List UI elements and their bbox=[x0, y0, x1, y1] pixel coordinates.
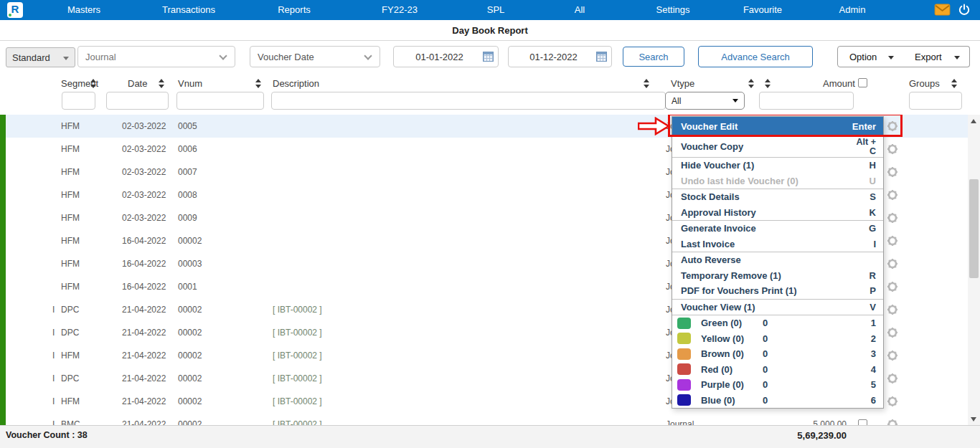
nav-item-admin[interactable]: Admin bbox=[839, 4, 866, 15]
menu-item-blue-0-[interactable]: Blue (0)06 bbox=[672, 393, 883, 409]
gear-icon[interactable] bbox=[887, 235, 898, 247]
gear-icon[interactable] bbox=[887, 396, 898, 407]
menu-item-yellow-0-[interactable]: Yellow (0)02 bbox=[672, 331, 883, 347]
sort-vnum-icon[interactable] bbox=[255, 79, 262, 88]
gear-icon[interactable] bbox=[887, 143, 898, 155]
nav-item-fy22-23[interactable]: FY22-23 bbox=[382, 4, 418, 15]
menu-item-voucher-copy[interactable]: Voucher CopyAlt +C bbox=[672, 136, 883, 157]
menu-item-stock-details[interactable]: Stock DetailsS bbox=[672, 189, 883, 205]
row-date: 02-03-2022 bbox=[122, 121, 166, 131]
nav-item-settings[interactable]: Settings bbox=[656, 4, 690, 15]
nav-item-transactions[interactable]: Transactions bbox=[162, 4, 215, 15]
voucher-count: Voucher Count : 38 bbox=[6, 430, 88, 440]
search-button[interactable]: Search bbox=[623, 47, 684, 67]
scroll-down-button[interactable] bbox=[968, 413, 980, 425]
row-segment: HFM bbox=[61, 282, 80, 292]
gear-icon[interactable] bbox=[887, 189, 898, 201]
row-description: [ IBT-00002 ] bbox=[273, 351, 322, 361]
row-date: 02-03-2022 bbox=[122, 190, 166, 200]
menu-item-hide-voucher-1-[interactable]: Hide Voucher (1)H bbox=[672, 158, 883, 173]
nav-item-reports[interactable]: Reports bbox=[278, 4, 311, 15]
row-amount: 5,000.00 bbox=[775, 419, 847, 425]
advance-search-button[interactable]: Advance Search bbox=[698, 46, 813, 67]
menu-item-label: Voucher View (1) bbox=[681, 302, 870, 313]
vnum-filter-input[interactable] bbox=[176, 92, 264, 110]
export-button[interactable]: Export bbox=[903, 46, 970, 67]
calendar-icon[interactable] bbox=[596, 52, 607, 62]
option-button[interactable]: Option bbox=[837, 46, 904, 67]
sort-segment-icon[interactable] bbox=[90, 79, 97, 88]
menu-item-voucher-view-1-[interactable]: Voucher View (1)V bbox=[672, 300, 883, 315]
row-vnum: 00002 bbox=[178, 396, 202, 406]
gear-icon[interactable] bbox=[887, 281, 898, 292]
color-swatch bbox=[677, 363, 691, 375]
gear-icon[interactable] bbox=[887, 350, 898, 361]
row-vnum: 00002 bbox=[178, 236, 202, 246]
scroll-up-button[interactable] bbox=[968, 115, 980, 127]
color-swatch bbox=[677, 333, 691, 344]
vertical-scrollbar[interactable] bbox=[968, 115, 980, 425]
gear-icon[interactable] bbox=[887, 120, 898, 132]
sort-description-icon[interactable] bbox=[644, 79, 650, 88]
row-vnum: 0007 bbox=[178, 167, 197, 177]
gear-icon[interactable] bbox=[887, 166, 898, 178]
date-filter-input[interactable] bbox=[106, 92, 169, 110]
menu-item-generate-invoice[interactable]: Generate InvoiceG bbox=[672, 221, 883, 237]
gear-icon[interactable] bbox=[887, 258, 898, 270]
profile-select[interactable]: Standard bbox=[6, 47, 75, 67]
menu-item-green-0-[interactable]: Green (0)01 bbox=[672, 315, 883, 331]
chevron-down-icon bbox=[63, 57, 69, 60]
scrollbar-thumb[interactable] bbox=[969, 179, 979, 278]
color-swatch bbox=[677, 394, 691, 406]
table-row[interactable]: I BMC 21-04-2022 00002 [ IBT-00002 ] Jou… bbox=[0, 413, 980, 425]
menu-item-label: Voucher Edit bbox=[681, 121, 852, 132]
sort-date-icon[interactable] bbox=[159, 79, 165, 88]
row-segment: BMC bbox=[61, 419, 80, 425]
menu-item-label: PDF for Vouchers Print (1) bbox=[681, 285, 870, 296]
gear-icon[interactable] bbox=[887, 304, 898, 315]
menu-item-voucher-edit[interactable]: Voucher EditEnter bbox=[672, 117, 883, 136]
amount-header-checkbox[interactable] bbox=[858, 78, 867, 87]
gear-icon[interactable] bbox=[887, 373, 898, 384]
total-amount: 5,69,239.00 bbox=[739, 430, 847, 441]
nav-item-spl[interactable]: SPL bbox=[487, 4, 505, 15]
gear-icon[interactable] bbox=[887, 327, 898, 338]
menu-item-undo-last-hide-voucher-0-[interactable]: Undo last hide Voucher (0)U bbox=[672, 173, 883, 189]
amount-filter-input[interactable] bbox=[759, 92, 854, 110]
menu-item-purple-0-[interactable]: Purple (0)05 bbox=[672, 377, 883, 393]
menu-item-shortcut: P bbox=[870, 285, 876, 296]
menu-item-auto-reverse[interactable]: Auto Reverse bbox=[672, 252, 883, 268]
gear-icon[interactable] bbox=[887, 212, 898, 224]
date-field-select[interactable]: Voucher Date bbox=[250, 46, 380, 67]
groups-filter-input[interactable] bbox=[909, 92, 962, 110]
chevron-down-icon bbox=[888, 56, 894, 59]
menu-item-last-invoice[interactable]: Last InvoiceI bbox=[672, 237, 883, 252]
voucher-type-select[interactable]: Journal bbox=[77, 46, 235, 67]
row-vnum: 00002 bbox=[178, 373, 202, 383]
menu-item-temporary-remove-1-[interactable]: Temporary Remove (1)R bbox=[672, 268, 883, 284]
menu-item-shortcut: 5 bbox=[871, 379, 876, 390]
gear-icon[interactable] bbox=[887, 419, 898, 425]
sort-vtype-icon[interactable] bbox=[748, 79, 755, 88]
menu-item-pdf-for-vouchers-print-1-[interactable]: PDF for Vouchers Print (1)P bbox=[672, 283, 883, 299]
mail-icon[interactable] bbox=[934, 4, 951, 16]
sort-amount-icon[interactable] bbox=[765, 79, 771, 88]
power-icon[interactable] bbox=[958, 3, 971, 16]
nav-item-favourite[interactable]: Favourite bbox=[743, 4, 782, 15]
nav-item-all[interactable]: All bbox=[575, 4, 585, 15]
calendar-icon[interactable] bbox=[483, 52, 494, 62]
description-filter-input[interactable] bbox=[271, 92, 666, 110]
row-segment: HFM bbox=[61, 236, 80, 246]
menu-item-approval-history[interactable]: Approval HistoryK bbox=[672, 205, 883, 221]
segment-filter-input[interactable] bbox=[62, 92, 95, 110]
app-logo[interactable]: R bbox=[7, 2, 23, 18]
menu-item-brown-0-[interactable]: Brown (0)03 bbox=[672, 346, 883, 362]
menu-item-red-0-[interactable]: Red (0)04 bbox=[672, 362, 883, 378]
green-status-bar bbox=[0, 115, 6, 425]
sort-groups-icon[interactable] bbox=[951, 79, 958, 88]
color-count: 0 bbox=[763, 364, 871, 375]
vtype-filter-select[interactable]: All bbox=[665, 92, 745, 110]
row-checkbox[interactable] bbox=[858, 419, 867, 425]
nav-item-masters[interactable]: Masters bbox=[67, 4, 100, 15]
top-nav-bar: R MastersTransactionsReportsFY22-23SPLAl… bbox=[0, 0, 980, 20]
